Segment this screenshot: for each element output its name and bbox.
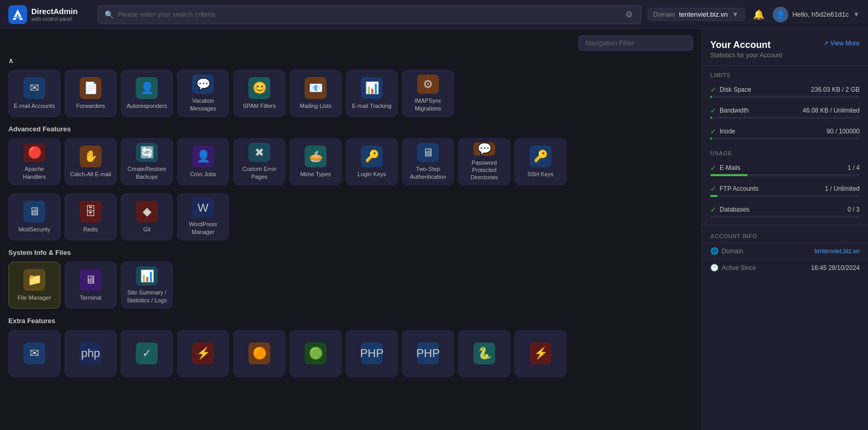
- account-info-title: ACCOUNT INFO: [702, 227, 868, 242]
- icon-card-cron-jobs[interactable]: 👤Cron Jobs: [177, 138, 229, 185]
- account-info-row-0: 🌐 Domain tentenviet.biz.vn: [702, 242, 868, 259]
- usage-bar-track-0: [710, 174, 860, 176]
- icon-card-extra-10[interactable]: ⚡: [514, 330, 567, 377]
- external-link-icon: ↗: [823, 40, 828, 47]
- icon-card-git[interactable]: ◆Git: [121, 193, 173, 240]
- git-label: Git: [143, 226, 150, 233]
- icon-card-email-accounts[interactable]: ✉E-mail Accounts: [8, 70, 60, 117]
- account-info-row-1: 🕐 Active Since 16:45 28/10/2024: [702, 259, 868, 276]
- wordpress-manager-icon: W: [192, 198, 214, 217]
- sysinfo-section-header[interactable]: System Info & Files: [8, 249, 693, 256]
- usage-stat-value-1: 1 / Unlimited: [825, 185, 860, 192]
- view-more-label: View More: [831, 40, 860, 47]
- icon-card-password-protected[interactable]: 💬Password Protected Directories: [458, 138, 510, 185]
- icon-card-login-keys[interactable]: 🔑Login Keys: [346, 138, 398, 185]
- icon-card-extra-6[interactable]: 🟢: [290, 330, 342, 377]
- vacation-messages-icon: 💬: [192, 75, 214, 94]
- stat-name-1: ✓ Bandwidth: [710, 106, 749, 115]
- icon-card-extra-5[interactable]: 🟠: [233, 330, 285, 377]
- file-manager-icon: 📁: [23, 269, 45, 291]
- navigation-filter-input[interactable]: [578, 35, 693, 51]
- usage-bar-fill-1: [710, 195, 718, 197]
- forwarders-icon: 📄: [80, 77, 102, 99]
- domain-selector[interactable]: Domain tentenviet.biz.vn ▼: [648, 8, 745, 21]
- icon-card-apache-handlers[interactable]: 🔴Apache Handlers: [8, 138, 60, 185]
- icon-card-extra-9[interactable]: 🐍: [458, 330, 510, 377]
- icon-card-mailing-lists[interactable]: 📧Mailing Lists: [290, 70, 342, 117]
- icon-card-extra-4[interactable]: ⚡: [177, 330, 229, 377]
- icon-card-vacation-messages[interactable]: 💬Vacation Messages: [177, 70, 229, 117]
- usage-stats: ✓ E-Mails 1 / 4 ✓ FTP Accounts 1 / Unlim…: [702, 159, 868, 222]
- autoresponders-icon: 👤: [136, 77, 158, 99]
- icon-card-extra-3[interactable]: ✓: [121, 330, 173, 377]
- site-summary-icon: 📊: [136, 266, 158, 286]
- stat-label-0: Disk Space: [720, 86, 751, 93]
- icon-card-terminal[interactable]: 🖥Terminal: [65, 262, 117, 309]
- extra-features-header[interactable]: Extra Features: [8, 317, 693, 325]
- info-value-0: tentenviet.biz.vn: [814, 248, 860, 255]
- search-settings-button[interactable]: ⚙: [623, 8, 635, 20]
- icon-card-wordpress-manager[interactable]: WWordPress Manager: [177, 193, 229, 240]
- icon-card-modsecurity[interactable]: 🖥ModSecurity: [8, 193, 60, 240]
- usage-stat-2: ✓ Databases 0 / 3: [702, 201, 868, 222]
- svg-rect-2: [14, 17, 22, 18]
- mime-types-icon: 🥧: [305, 145, 326, 167]
- login-keys-label: Login Keys: [358, 170, 386, 178]
- catch-all-email-label: Catch-All E-mail: [70, 170, 111, 178]
- email-section-toggle[interactable]: ∧: [8, 57, 693, 65]
- create-restore-backups-label: Create/Restore Backups: [125, 165, 168, 180]
- icon-card-create-restore-backups[interactable]: 🔄Create/Restore Backups: [121, 138, 173, 185]
- password-protected-icon: 💬: [473, 142, 495, 156]
- usage-check-icon-2: ✓: [710, 205, 716, 214]
- usage-stat-label-1: FTP Accounts: [720, 185, 758, 192]
- extra-6-icon: 🟢: [305, 342, 326, 364]
- icon-card-imapsync-migrations[interactable]: ⚙IMAPSync Migrations: [402, 70, 454, 117]
- extra-4-icon: ⚡: [192, 342, 214, 364]
- icon-card-redis[interactable]: 🗄Redis: [65, 193, 117, 240]
- extra-9-icon: 🐍: [473, 342, 495, 364]
- chevron-down-icon: ▼: [732, 10, 739, 18]
- icon-card-extra-1[interactable]: ✉: [8, 330, 60, 377]
- imapsync-migrations-icon: ⚙: [417, 75, 439, 94]
- user-menu[interactable]: 👤 Hello, h5d2e61d1c ▼: [773, 7, 860, 22]
- stat-bar-track-1: [710, 117, 860, 119]
- site-summary-label: Site Summary / Statistics / Logs: [125, 289, 168, 304]
- ssh-keys-label: SSH Keys: [527, 170, 553, 178]
- icon-card-custom-error-pages[interactable]: ✖Custom Error Pages: [233, 138, 285, 185]
- usage-stat-name-0: ✓ E-Mails: [710, 164, 740, 172]
- extra-features-label: Extra Features: [8, 317, 55, 325]
- advanced-features-header[interactable]: Advanced Features: [8, 125, 693, 133]
- icon-card-extra-7[interactable]: PHP: [346, 330, 398, 377]
- limits-stat-2: ✓ Inode 90 / 100000: [702, 123, 868, 144]
- advanced-section-grid: 🔴Apache Handlers✋Catch-All E-mail🔄Create…: [8, 138, 693, 185]
- search-bar[interactable]: 🔍 ⚙: [98, 5, 641, 24]
- icon-card-ssh-keys[interactable]: 🔑SSH Keys: [514, 138, 567, 185]
- view-more-button[interactable]: ↗ View More: [823, 40, 860, 47]
- usage-stat-1: ✓ FTP Accounts 1 / Unlimited: [702, 180, 868, 201]
- icon-card-autoresponders[interactable]: 👤Autoresponders: [121, 70, 173, 117]
- icon-card-forwarders[interactable]: 📄Forwarders: [65, 70, 117, 117]
- icon-card-extra-2[interactable]: php: [65, 330, 117, 377]
- user-menu-arrow: ▼: [853, 10, 860, 18]
- sysinfo-label: System Info & Files: [8, 249, 71, 256]
- icon-card-spam-filters[interactable]: 😊SPAM Filters: [233, 70, 285, 117]
- notifications-button[interactable]: 🔔: [753, 9, 764, 20]
- stat-bar-fill-0: [710, 96, 712, 98]
- icon-card-mime-types[interactable]: 🥧Mime Types: [290, 138, 342, 185]
- cron-jobs-icon: 👤: [192, 145, 214, 167]
- icon-card-email-tracking[interactable]: 📊E-mail Tracking: [346, 70, 398, 117]
- terminal-label: Terminal: [80, 294, 102, 301]
- stat-bar-fill-2: [710, 138, 712, 140]
- icon-card-file-manager[interactable]: 📁File Manager: [8, 262, 60, 309]
- icon-card-site-summary[interactable]: 📊Site Summary / Statistics / Logs: [121, 262, 173, 309]
- icon-card-extra-8[interactable]: PHP: [402, 330, 454, 377]
- usage-stat-name-2: ✓ Databases: [710, 205, 749, 214]
- usage-check-icon-0: ✓: [710, 164, 716, 172]
- advanced-section-grid-2: 🖥ModSecurity🗄Redis◆GitWWordPress Manager: [8, 193, 693, 240]
- icon-card-catch-all-email[interactable]: ✋Catch-All E-mail: [65, 138, 117, 185]
- modsecurity-icon: 🖥: [23, 201, 45, 223]
- icon-card-two-step-auth[interactable]: 🖥Two-Step Authentication: [402, 138, 454, 185]
- stat-bar-fill-1: [710, 117, 712, 119]
- search-input[interactable]: [118, 10, 619, 18]
- mime-types-label: Mime Types: [300, 170, 331, 178]
